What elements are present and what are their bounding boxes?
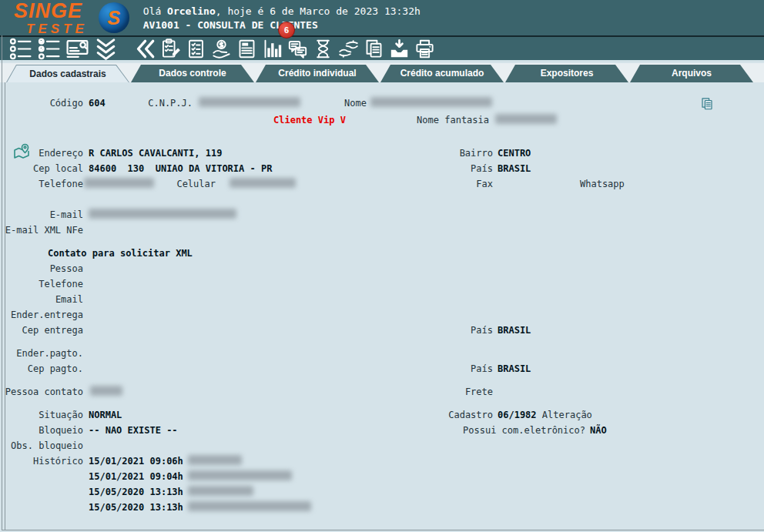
pais-entrega-value: BRASIL xyxy=(498,325,531,336)
tab-expositores[interactable]: Expositores xyxy=(505,65,628,82)
statistics-button[interactable] xyxy=(262,37,283,60)
bairro-value: CENTRO xyxy=(498,148,531,159)
historico-label: Histórico xyxy=(0,456,83,467)
ender-pagto-label: Ender.pagto. xyxy=(0,348,83,359)
email-label: E-mail xyxy=(0,209,83,220)
pais-pagto-value: BRASIL xyxy=(498,363,531,374)
historico-entry-datetime: 15/05/2020 13:13h xyxy=(89,502,183,513)
printer-icon xyxy=(414,38,435,59)
tab-credito-individual[interactable]: Crédito individual xyxy=(256,65,379,82)
edit-record-button[interactable] xyxy=(160,37,181,60)
contato-telefone-label: Telefone xyxy=(0,279,83,289)
back-button[interactable] xyxy=(135,37,156,60)
singe-logo: SINGE TESTE xyxy=(14,1,88,35)
import-tray-icon xyxy=(389,38,410,59)
greeting-prefix: Olá xyxy=(143,5,167,17)
situacao-value: NORMAL xyxy=(89,410,122,420)
print-button[interactable] xyxy=(414,37,435,60)
app-header: SINGE TESTE S Olá Orcelino, hoje é 6 de … xyxy=(0,0,764,37)
checklist-button[interactable] xyxy=(37,37,61,60)
historico-entry-redacted xyxy=(188,470,292,480)
expand-all-button[interactable] xyxy=(94,37,118,60)
nome-fantasia-label: Nome fantasia xyxy=(331,115,489,125)
ender-entrega-label: Ender.entrega xyxy=(0,309,83,320)
pessoa-contato-redacted-value xyxy=(90,386,122,396)
logo-text-singe: SINGE xyxy=(14,1,88,22)
tab-dados-cadastrais[interactable]: Dados cadastrais xyxy=(6,65,129,82)
receive-money-button[interactable] xyxy=(211,37,232,60)
alteracao-label: Alteração xyxy=(542,410,592,420)
hands-exchange-icon xyxy=(338,38,359,59)
tab-dados-controle[interactable]: Dados controle xyxy=(131,65,254,82)
cadastro-value-line: 06/1982 Alteração xyxy=(498,410,592,420)
tasks-button[interactable] xyxy=(186,37,206,60)
hourglass-icon xyxy=(313,38,333,59)
list-button[interactable] xyxy=(8,37,32,60)
record-search-button[interactable] xyxy=(65,37,89,60)
toolbar xyxy=(0,37,764,62)
cep-entrega-label: Cep entrega xyxy=(0,325,83,336)
pais-entrega-label: País xyxy=(339,325,493,336)
task-list-icon xyxy=(186,38,206,59)
historico-entry-datetime: 15/01/2021 09:06h xyxy=(89,456,183,467)
cnpj-label: C.N.P.J. xyxy=(108,98,193,109)
endereco-value: R CARLOS CAVALCANTI, 119 xyxy=(89,148,222,159)
historico-entry-datetime: 15/05/2020 13:13h xyxy=(89,487,183,497)
cep-pagto-label: Cep pagto. xyxy=(0,363,83,374)
email-redacted-value xyxy=(89,209,236,219)
copy-icon xyxy=(364,38,384,59)
pais-local-value: BRASIL xyxy=(498,163,531,174)
bloqueio-label: Bloqueio xyxy=(0,425,83,436)
notification-badge[interactable]: 6 xyxy=(278,22,295,38)
whatsapp-label: Whatsapp xyxy=(580,179,625,189)
copy-button[interactable] xyxy=(364,37,384,60)
messages-button[interactable] xyxy=(287,37,308,60)
nome-fantasia-redacted-value xyxy=(495,114,557,124)
tab-arquivos[interactable]: Arquivos xyxy=(630,65,753,82)
celular-label: Celular xyxy=(139,179,216,189)
record-search-icon xyxy=(65,37,89,61)
celular-redacted-value xyxy=(230,178,296,188)
pending-button[interactable] xyxy=(313,37,333,60)
pais-pagto-label: País xyxy=(339,363,493,374)
cep-local-value: 84600 130 UNIAO DA VITORIA - PR xyxy=(89,163,272,174)
bairro-label: Bairro xyxy=(339,148,493,159)
import-button[interactable] xyxy=(389,37,410,60)
list-icon xyxy=(8,37,32,61)
historico-entry-redacted xyxy=(188,486,253,496)
greeting-suffix: , hoje é 6 de Marco de 2023 13:32h xyxy=(216,5,421,17)
historico-entry-redacted xyxy=(188,501,311,511)
coin-hand-icon xyxy=(211,38,232,59)
pais-local-label: País xyxy=(339,163,493,174)
checklist-icon xyxy=(37,37,61,61)
document-button[interactable] xyxy=(236,37,257,60)
window-bottom-border xyxy=(2,530,764,530)
copy-record-icon[interactable] xyxy=(700,97,714,111)
tab-credito-acumulado[interactable]: Crédito acumulado xyxy=(380,65,504,82)
singe-sphere-logo-icon: S xyxy=(99,2,129,33)
telefone-label: Telefone xyxy=(0,179,83,189)
chevrons-down-icon xyxy=(94,37,118,61)
document-icon xyxy=(236,38,257,59)
cadastro-label: Cadastro xyxy=(339,410,493,420)
bloqueio-value: -- NAO EXISTE -- xyxy=(89,425,178,436)
possui-com-label: Possui com.eletrônico? xyxy=(323,425,585,436)
greeting-line: Olá Orcelino, hoje é 6 de Marco de 2023 … xyxy=(143,5,421,17)
bar-chart-icon xyxy=(262,38,283,59)
nome-label: Nome xyxy=(293,98,367,109)
negotiation-button[interactable] xyxy=(338,37,359,60)
logo-text-teste: TESTE xyxy=(26,22,88,35)
client-consultation-window: SINGE TESTE S Olá Orcelino, hoje é 6 de … xyxy=(0,0,764,532)
pessoa-contato-label: Pessoa contato xyxy=(0,386,83,397)
historico-entry-datetime: 15/01/2021 09:04h xyxy=(89,471,183,482)
chevrons-left-icon xyxy=(135,38,156,59)
tab-bar: Dados cadastrais Dados controle Crédito … xyxy=(0,63,764,82)
contato-pessoa-label: Pessoa xyxy=(0,263,83,274)
historico-entry-redacted xyxy=(188,455,242,465)
situacao-label: Situação xyxy=(0,410,83,420)
cadastro-value: 06/1982 xyxy=(498,410,537,420)
clipboard-edit-icon xyxy=(160,38,181,59)
tab-label: Dados cadastrais xyxy=(7,65,129,82)
contato-email-label: Email xyxy=(0,294,83,305)
user-name: Orcelino xyxy=(167,5,216,17)
